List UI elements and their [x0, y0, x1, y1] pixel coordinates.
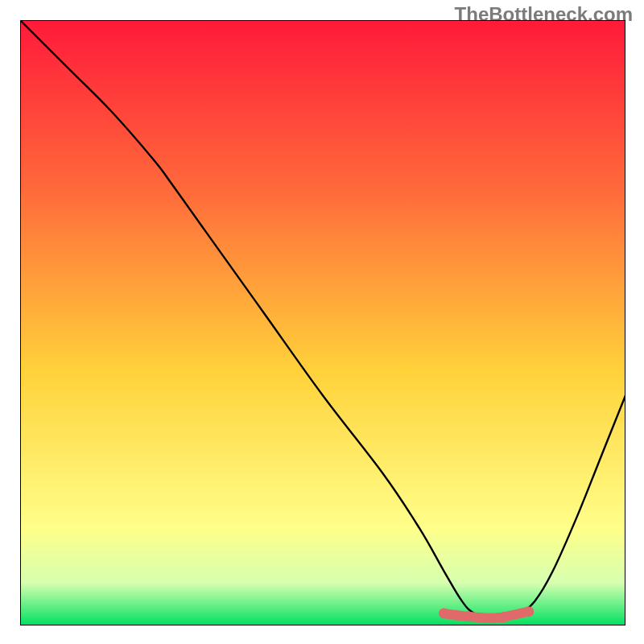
min-marker-dot — [463, 611, 473, 621]
plot-svg — [20, 20, 625, 625]
min-marker-dot — [475, 613, 485, 623]
min-marker-dot — [439, 608, 449, 618]
min-marker-dot — [487, 613, 497, 623]
chart-container: { "watermark": "TheBottleneck.com", "col… — [0, 0, 644, 644]
min-marker-dot — [499, 612, 510, 622]
min-marker-dot — [523, 606, 534, 617]
plot-area — [20, 20, 625, 625]
min-marker-dot — [451, 610, 461, 621]
